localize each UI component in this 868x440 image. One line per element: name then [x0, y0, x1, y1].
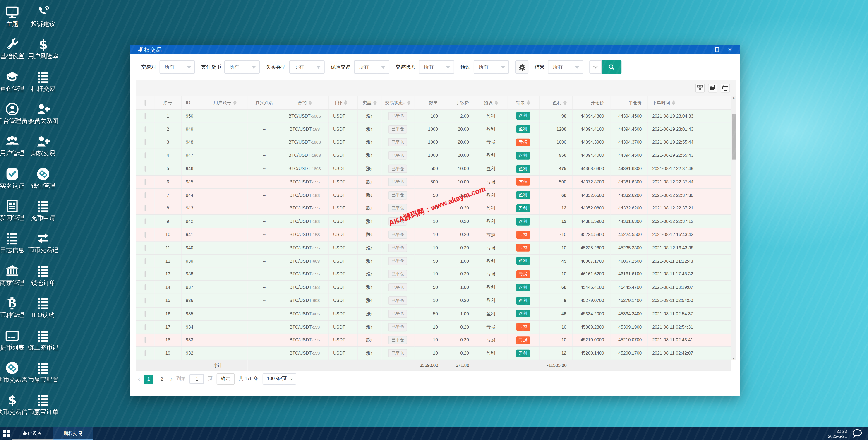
- column-header[interactable]: 预设: [475, 96, 507, 110]
- maximize-button[interactable]: [715, 47, 719, 52]
- sort-icon[interactable]: [233, 100, 236, 105]
- column-header[interactable]: 下单时间: [648, 96, 731, 110]
- desktop-icon-graduation-cap[interactable]: 角色管理: [0, 70, 28, 92]
- row-checkbox[interactable]: [145, 139, 146, 145]
- scroll-down-icon[interactable]: ▼: [731, 357, 736, 360]
- row-checkbox[interactable]: [145, 324, 146, 330]
- chat-bubble-icon[interactable]: [851, 429, 863, 438]
- table-row[interactable]: 5946--BTC/USDT-180SUSDT涨↑已平仓50010.00盈利盈利…: [135, 162, 731, 175]
- more-search-button[interactable]: [589, 60, 601, 74]
- column-header[interactable]: 结果: [507, 96, 539, 110]
- desktop-icon-credit-card[interactable]: 提币列表: [0, 328, 28, 351]
- filter-select-3[interactable]: 所有: [354, 60, 390, 74]
- row-checkbox[interactable]: [145, 126, 146, 132]
- filter-select-4[interactable]: 所有: [419, 60, 454, 74]
- filter-select-result[interactable]: 所有: [548, 60, 583, 74]
- page-size-select[interactable]: 100 条/页 ∨: [262, 374, 296, 384]
- table-row[interactable]: 6945--BTC/USDT-15SUSDT跌↓已平仓50010.00亏损亏损-…: [135, 175, 731, 188]
- column-header[interactable]: 币种: [329, 96, 357, 110]
- table-row[interactable]: 4947--BTC/USDT-180SUSDT涨↑已平仓100020.00盈利盈…: [135, 149, 731, 162]
- table-row[interactable]: 15936--BTC/USDT-60SUSDT涨↑已平仓100.20盈利盈利94…: [135, 294, 731, 307]
- desktop-icon-list[interactable]: 杠杆交易: [28, 70, 59, 92]
- desktop-icon-list[interactable]: IEO认购: [28, 296, 59, 318]
- table-row[interactable]: 12939--BTC/USDT-60SUSDT涨↑已平仓501.00盈利盈利45…: [135, 255, 731, 268]
- sort-icon[interactable]: [344, 100, 347, 105]
- row-checkbox[interactable]: [145, 232, 146, 238]
- desktop-icon-wrench[interactable]: 基础设置: [0, 37, 28, 60]
- row-checkbox[interactable]: [145, 192, 146, 198]
- sort-icon[interactable]: [527, 100, 530, 105]
- row-checkbox[interactable]: [145, 205, 146, 211]
- row-checkbox[interactable]: [145, 166, 146, 172]
- scroll-up-icon[interactable]: ▲: [731, 96, 736, 99]
- desktop-icon-newspaper[interactable]: 新闻管理: [0, 199, 28, 221]
- desktop-icon-monitor[interactable]: 主题: [0, 5, 28, 27]
- desktop-icon-list[interactable]: 锁仓订单: [28, 264, 59, 286]
- desktop-icon-list[interactable]: 币赢宝订单: [28, 393, 59, 415]
- desktop-icon-swap[interactable]: 币币交易记: [28, 231, 59, 254]
- row-checkbox[interactable]: [145, 153, 146, 159]
- table-row[interactable]: 8943--BTC/USDT-15SUSDT跌↓已平仓100.20盈利盈利124…: [135, 202, 731, 215]
- taskbar-tab[interactable]: 期权交易: [53, 427, 93, 440]
- row-checkbox[interactable]: [145, 258, 146, 264]
- desktop-icon-wallet-circle[interactable]: 钱包管理: [28, 167, 59, 189]
- filter-select-5[interactable]: 所有: [474, 60, 509, 74]
- goto-page-input[interactable]: 1: [190, 374, 204, 384]
- page-button-2[interactable]: 2: [157, 374, 167, 384]
- row-checkbox[interactable]: [145, 113, 146, 119]
- columns-button[interactable]: [695, 83, 705, 92]
- desktop-icon-wallet-circle[interactable]: 法币交易需: [0, 360, 28, 383]
- column-header[interactable]: 用户账号: [209, 96, 247, 110]
- desktop-icon-list[interactable]: 日志信息: [0, 231, 28, 254]
- desktop-icon-list[interactable]: 充币申请: [28, 199, 59, 221]
- desktop-icon-list[interactable]: 链上充币记: [28, 328, 59, 351]
- sort-icon[interactable]: [373, 100, 376, 105]
- desktop-icon-dollar[interactable]: $法币交易信: [0, 393, 28, 415]
- table-row[interactable]: 9942--BTC/USDT-15SUSDT涨↑已平仓100.20盈利盈利124…: [135, 215, 731, 228]
- select-all-checkbox[interactable]: [145, 100, 146, 106]
- minimize-button[interactable]: –: [703, 47, 706, 52]
- table-row[interactable]: 17934--BTC/USDT-15SUSDT涨↑已平仓100.20亏损亏损-1…: [135, 320, 731, 333]
- prev-page-icon[interactable]: ‹: [138, 376, 140, 382]
- search-button[interactable]: [601, 60, 621, 74]
- desktop-icon-list[interactable]: 币赢宝配置: [28, 360, 59, 383]
- sort-icon[interactable]: [407, 100, 410, 105]
- desktop-icon-dollar[interactable]: $用户风险率: [28, 37, 59, 60]
- table-row[interactable]: 19932--BTC/USDT-15SUSDT涨↑已平仓100.20盈利盈利12…: [135, 347, 731, 360]
- table-row[interactable]: 18933--BTC/USDT-15SUSDT跌↓已平仓100.20亏损亏损-1…: [135, 333, 731, 347]
- desktop-icon-user-circle[interactable]: 后台管理员: [0, 102, 28, 124]
- table-row[interactable]: 13938--BTC/USDT-15SUSDT涨↑已平仓100.20亏损亏损-1…: [135, 268, 731, 281]
- filter-select-1[interactable]: 所有: [224, 60, 260, 74]
- sort-icon[interactable]: [308, 100, 312, 105]
- sort-icon[interactable]: [494, 100, 498, 105]
- close-button[interactable]: ✕: [727, 47, 733, 52]
- desktop-icon-bitcoin[interactable]: B币种管理: [0, 296, 28, 318]
- page-button-1[interactable]: 1: [144, 374, 153, 384]
- table-row[interactable]: 3948--BTC/USDT-180SUSDT涨↑已平仓100020.00亏损亏…: [135, 136, 731, 149]
- filter-select-0[interactable]: 所有: [160, 60, 195, 74]
- desktop-icon-bank[interactable]: 商家管理: [0, 264, 28, 286]
- taskbar-clock[interactable]: 22:23 2022-6-21: [828, 429, 847, 439]
- row-checkbox[interactable]: [145, 337, 146, 343]
- export-button[interactable]: [708, 83, 717, 92]
- start-button[interactable]: [0, 427, 12, 440]
- column-header[interactable]: 类型: [357, 96, 382, 110]
- desktop-icon-users[interactable]: 用户管理: [0, 134, 28, 156]
- desktop-icon-check-square[interactable]: 实名认证: [0, 167, 28, 189]
- row-checkbox[interactable]: [145, 218, 146, 225]
- table-scrollbar[interactable]: ▲ ▼: [731, 96, 736, 360]
- row-checkbox[interactable]: [145, 245, 146, 251]
- column-header[interactable]: 盈利: [539, 96, 572, 110]
- filter-select-2[interactable]: 所有: [289, 60, 324, 74]
- row-checkbox[interactable]: [145, 311, 146, 317]
- table-row[interactable]: 10941--BTC/USDT-15SUSDT跌↓已平仓100.20亏损亏损-1…: [135, 228, 731, 241]
- row-checkbox[interactable]: [145, 285, 146, 291]
- column-header[interactable]: 合约: [281, 96, 328, 110]
- confirm-page-button[interactable]: 确定: [216, 374, 235, 384]
- row-checkbox[interactable]: [145, 179, 146, 185]
- desktop-icon-user-plus[interactable]: 会员关系图: [28, 102, 59, 124]
- settings-button[interactable]: [515, 60, 528, 74]
- row-checkbox[interactable]: [145, 350, 146, 356]
- desktop-icon-phone[interactable]: 投诉建议: [28, 5, 59, 27]
- table-row[interactable]: 14937--BTC/USDT-15SUSDT涨↑已平仓501.00盈利盈利60…: [135, 281, 731, 294]
